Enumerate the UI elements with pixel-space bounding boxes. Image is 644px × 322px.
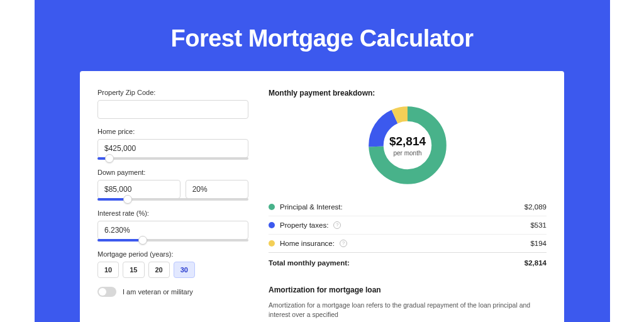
- veteran-row: I am veteran or military: [97, 287, 248, 297]
- period-option-15[interactable]: 15: [123, 262, 144, 278]
- period-option-20[interactable]: 20: [148, 262, 170, 278]
- donut-chart-wrap: $2,814 per month: [269, 104, 547, 187]
- mortgage-period-options: 10152030: [97, 262, 248, 278]
- home-price-label: Home price:: [97, 128, 248, 135]
- donut-chart: $2,814 per month: [366, 104, 449, 187]
- mortgage-period-field: Mortgage period (years): 10152030: [97, 250, 248, 278]
- zip-field: Property Zip Code:: [97, 89, 248, 119]
- period-option-10[interactable]: 10: [97, 262, 119, 278]
- interest-rate-field: Interest rate (%):: [97, 209, 248, 242]
- legend-label: Principal & Interest:: [280, 203, 343, 211]
- zip-label: Property Zip Code:: [97, 89, 248, 96]
- legend-label: Home insurance:: [280, 240, 335, 247]
- page-title: Forest Mortgage Calculator: [35, 25, 610, 52]
- period-option-30[interactable]: 30: [174, 262, 195, 278]
- help-icon[interactable]: ?: [340, 240, 347, 247]
- legend-row: Property taxes:?$531: [269, 216, 547, 234]
- hero-banner: Forest Mortgage Calculator Property Zip …: [35, 0, 610, 322]
- veteran-label: I am veteran or military: [123, 288, 193, 296]
- form-column: Property Zip Code: Home price: Down paym…: [97, 89, 248, 322]
- interest-rate-slider-fill: [97, 239, 143, 242]
- interest-rate-label: Interest rate (%):: [97, 209, 248, 217]
- legend-label: Property taxes:: [280, 221, 328, 229]
- interest-rate-slider[interactable]: [97, 239, 248, 242]
- home-price-input[interactable]: [97, 139, 248, 158]
- zip-input[interactable]: [97, 100, 248, 119]
- total-value: $2,814: [525, 259, 547, 267]
- calculator-card: Property Zip Code: Home price: Down paym…: [80, 71, 564, 322]
- legend-value: $194: [530, 240, 547, 247]
- legend: Principal & Interest:$2,089Property taxe…: [269, 198, 547, 252]
- interest-rate-slider-thumb[interactable]: [138, 236, 147, 245]
- down-payment-slider[interactable]: [97, 198, 248, 201]
- donut-center-sub: per month: [393, 150, 421, 157]
- donut-center-amount: $2,814: [389, 135, 426, 148]
- breakdown-title: Monthly payment breakdown:: [269, 89, 547, 97]
- down-payment-field: Down payment:: [97, 169, 248, 201]
- results-column: Monthly payment breakdown: $2,814 per mo…: [269, 89, 547, 322]
- legend-row: Home insurance:?$194: [269, 234, 547, 252]
- down-payment-amount-input[interactable]: [97, 180, 180, 199]
- veteran-toggle[interactable]: [97, 287, 116, 297]
- down-payment-label: Down payment:: [97, 169, 248, 176]
- down-payment-pct-input[interactable]: [186, 180, 248, 199]
- mortgage-period-label: Mortgage period (years):: [97, 250, 248, 258]
- home-price-field: Home price:: [97, 128, 248, 160]
- legend-row: Principal & Interest:$2,089: [269, 198, 547, 216]
- legend-dot: [269, 204, 275, 210]
- legend-dot: [269, 240, 275, 247]
- total-row: Total monthly payment: $2,814: [269, 252, 547, 272]
- legend-value: $531: [530, 221, 547, 229]
- amortization-text: Amortization for a mortgage loan refers …: [269, 301, 547, 319]
- total-label: Total monthly payment:: [269, 259, 350, 267]
- interest-rate-input[interactable]: [97, 221, 248, 240]
- amortization-title: Amortization for mortgage loan: [269, 286, 547, 294]
- help-icon[interactable]: ?: [333, 221, 341, 229]
- legend-value: $2,089: [525, 203, 547, 211]
- down-payment-slider-thumb[interactable]: [123, 195, 132, 204]
- home-price-slider-thumb[interactable]: [105, 154, 114, 163]
- home-price-slider[interactable]: [97, 157, 248, 160]
- legend-dot: [269, 222, 275, 228]
- donut-center: $2,814 per month: [366, 104, 449, 187]
